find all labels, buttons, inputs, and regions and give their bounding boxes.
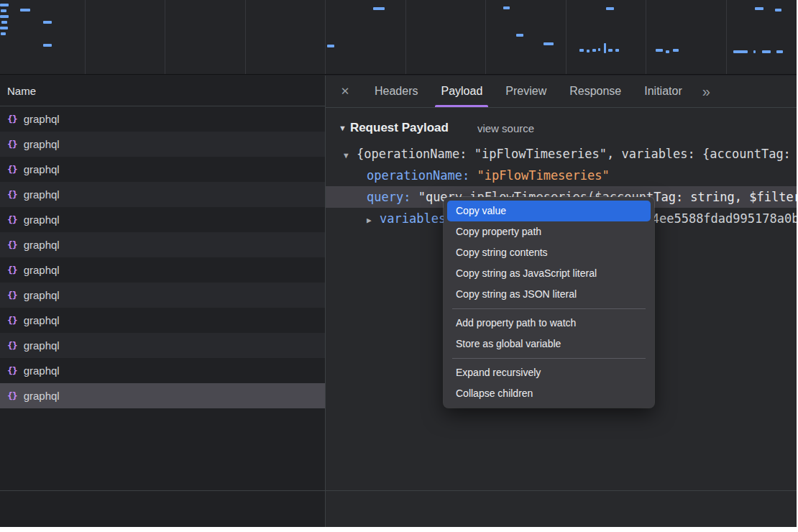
table-row[interactable]: {}graphql [0, 132, 325, 157]
menu-item-copy-string-as-json-literal[interactable]: Copy string as JSON literal [447, 284, 651, 305]
triangle-right-icon[interactable]: ▶ [367, 210, 380, 229]
payload-tree-row[interactable]: ▼{operationName: "ipFlowTimeseries", var… [326, 143, 797, 165]
request-name: graphql [24, 163, 60, 175]
request-name: graphql [24, 364, 60, 377]
json-braces-icon: {} [7, 265, 17, 275]
timeline-activity-bar [373, 7, 385, 10]
tab-initiator[interactable]: Initiator [633, 75, 693, 107]
timeline-activity-bar [656, 49, 663, 52]
close-detail-button[interactable]: ✕ [333, 75, 357, 107]
timeline-activity-bar [327, 45, 334, 47]
menu-separator [452, 358, 646, 359]
timeline-activity-bar [1, 9, 6, 12]
panel-divider-horizontal [0, 490, 797, 491]
collapse-triangle-icon[interactable]: ▼ [339, 124, 347, 132]
view-source-link[interactable]: view source [477, 122, 534, 134]
tab-response[interactable]: Response [558, 75, 633, 107]
detail-tabbar: ✕ HeadersPayloadPreviewResponseInitiator… [326, 75, 797, 108]
detail-tabs: HeadersPayloadPreviewResponseInitiator [363, 75, 694, 107]
menu-item-store-as-global-variable[interactable]: Store as global variable [447, 334, 651, 354]
payload-text-segment: query: [367, 190, 418, 204]
json-braces-icon: {} [7, 340, 17, 351]
json-braces-icon: {} [7, 114, 17, 124]
timeline-activity-bar [20, 9, 30, 12]
table-row[interactable]: {}graphql [0, 157, 325, 182]
payload-tree-row[interactable]: operationName: "ipFlowTimeseries" [326, 165, 797, 186]
timeline-gridline [485, 0, 486, 74]
timeline-gridline [165, 0, 165, 74]
table-row[interactable]: {}graphql [0, 232, 325, 257]
menu-item-copy-string-contents[interactable]: Copy string contents [447, 242, 651, 263]
timeline-activity-bar [544, 42, 554, 45]
timeline-activity-bar [753, 50, 756, 53]
request-name: graphql [24, 339, 60, 352]
json-braces-icon: {} [7, 239, 17, 250]
more-tabs-button[interactable]: » [694, 75, 719, 107]
timeline-gridline [245, 0, 246, 74]
timeline-activity-bar [592, 49, 596, 52]
menu-item-copy-property-path[interactable]: Copy property path [447, 221, 651, 242]
chevron-double-right-icon: » [702, 83, 710, 100]
timeline-activity-bar [604, 43, 606, 53]
request-name: graphql [24, 188, 60, 201]
json-braces-icon: {} [7, 189, 17, 200]
tab-preview[interactable]: Preview [494, 75, 558, 107]
json-braces-icon: {} [7, 290, 17, 301]
menu-item-expand-recursively[interactable]: Expand recursively [447, 362, 651, 383]
menu-separator [452, 308, 646, 309]
menu-item-copy-string-as-javascript-literal[interactable]: Copy string as JavaScript literal [447, 263, 651, 284]
table-row[interactable]: {}graphql [0, 383, 325, 408]
payload-text-segment: variables [380, 211, 446, 226]
triangle-down-icon[interactable]: ▼ [344, 145, 357, 165]
column-header-name[interactable]: Name [0, 75, 325, 106]
table-row[interactable]: {}graphql [0, 257, 325, 283]
menu-item-copy-value[interactable]: Copy value [447, 201, 651, 221]
timeline-activity-bar [673, 49, 679, 52]
table-row[interactable]: {}graphql [0, 207, 325, 232]
request-name: graphql [24, 113, 60, 125]
payload-text-segment: "ipFlowTimeseries" [477, 168, 610, 183]
timeline-activity-bar [516, 34, 523, 37]
timeline-activity-bar [666, 50, 669, 53]
timeline-activity-bar [0, 15, 9, 18]
request-name: graphql [24, 214, 60, 226]
network-overview-timeline[interactable] [0, 0, 797, 75]
table-row[interactable]: {}graphql [0, 283, 325, 308]
request-name: graphql [24, 138, 60, 150]
table-row[interactable]: {}graphql [0, 182, 325, 207]
timeline-activity-bar [1, 32, 6, 35]
request-name: graphql [24, 390, 60, 402]
timeline-activity-bar [0, 4, 9, 6]
timeline-activity-bar [503, 6, 510, 9]
tab-headers[interactable]: Headers [363, 75, 429, 107]
table-row[interactable]: {}graphql [0, 333, 325, 358]
timeline-activity-bar [762, 50, 771, 53]
request-name: graphql [24, 264, 60, 276]
table-row[interactable]: {}graphql [0, 358, 325, 383]
timeline-gridline [325, 0, 326, 74]
json-braces-icon: {} [7, 214, 17, 225]
timeline-gridline [85, 0, 86, 74]
timeline-activity-bar [43, 21, 52, 24]
table-row[interactable]: {}graphql [0, 106, 325, 132]
timeline-activity-bar [615, 49, 619, 52]
timeline-gridline [646, 0, 646, 74]
payload-text-segment: {operationName: "ipFlowTimeseries", vari… [357, 147, 797, 161]
timeline-activity-bar [579, 49, 584, 52]
timeline-activity-bar [776, 50, 783, 53]
section-title: Request Payload [350, 121, 449, 135]
timeline-activity-bar [755, 7, 763, 10]
menu-item-add-property-path-to-watch[interactable]: Add property path to watch [447, 313, 651, 334]
request-name: graphql [24, 289, 60, 301]
json-braces-icon: {} [7, 365, 17, 376]
requests-panel: Name {}graphql{}graphql{}graphql{}graphq… [0, 75, 326, 527]
menu-item-collapse-children[interactable]: Collapse children [447, 383, 651, 404]
json-braces-icon: {} [7, 390, 17, 401]
request-name: graphql [24, 239, 60, 251]
request-payload-section: ▼ Request Payload view source [339, 117, 797, 139]
timeline-activity-bar [587, 50, 590, 52]
table-row[interactable]: {}graphql [0, 308, 325, 333]
request-list: {}graphql{}graphql{}graphql{}graphql{}gr… [0, 106, 325, 408]
close-icon: ✕ [341, 85, 350, 98]
tab-payload[interactable]: Payload [429, 75, 494, 107]
